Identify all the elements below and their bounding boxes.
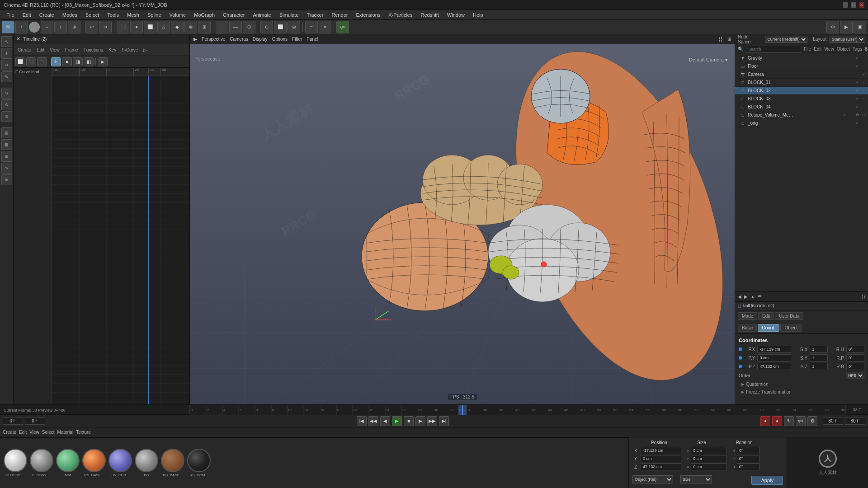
mat-glossy-white-ball[interactable] — [4, 449, 27, 472]
tl-menu-create[interactable]: Create — [15, 47, 33, 53]
scrubber-row[interactable]: Current Frame: 33 Preview 0-->80 — [0, 405, 868, 415]
menu-mograph[interactable]: MoGraph — [190, 11, 218, 19]
mat-rs-base-brown-ball[interactable] — [161, 449, 184, 472]
tool-live-sel[interactable]: ⊙ — [260, 21, 273, 33]
tool-smooth[interactable]: ≈ — [319, 21, 331, 33]
rph-filter[interactable]: ☰ — [758, 294, 762, 299]
tool-s6[interactable]: ⊞ — [1, 151, 12, 162]
menu-file[interactable]: File — [3, 11, 18, 19]
tl-btn2[interactable]: ⬛ — [26, 57, 36, 66]
mat-bg[interactable]: BG — [135, 449, 158, 477]
rh-input[interactable] — [846, 346, 864, 353]
vis-b4-1[interactable]: ✓ — [854, 104, 860, 110]
vis-b2-1[interactable]: ✓ — [854, 88, 860, 94]
minimize-btn[interactable]: _ — [843, 2, 848, 8]
vis-check[interactable]: ✓ — [854, 56, 860, 61]
end-frame-input[interactable] — [823, 418, 843, 425]
mat-mat-ball[interactable] — [56, 449, 80, 472]
rph-nav-fwd[interactable]: ▶ — [744, 294, 748, 299]
mat-rs-com-ball[interactable] — [187, 449, 211, 472]
tool-cone[interactable]: △ — [157, 21, 170, 33]
start-frame-input[interactable] — [3, 418, 23, 425]
btn-prev-frame[interactable]: ◀ — [380, 416, 390, 426]
obj-gravity[interactable]: ▼ Gravity ✓ · — [735, 54, 868, 62]
tool-bool[interactable]: ⊞ — [198, 21, 211, 33]
tool-rotate2[interactable]: ↻ — [1, 71, 12, 82]
tl-menu-key[interactable]: Key — [106, 47, 118, 53]
obj-orig[interactable]: ◻ _orig ✓ · — [735, 119, 868, 127]
mat-rs-base-brown[interactable]: RS_BASE... — [161, 449, 184, 477]
py-input[interactable] — [757, 354, 791, 361]
rp-menu-object[interactable]: Object — [837, 47, 850, 52]
btn-stop[interactable]: ■ — [404, 416, 414, 426]
btn-goto-start[interactable]: |◀ — [357, 416, 367, 426]
tl-btn4[interactable]: F — [51, 57, 61, 66]
rp-menu-view[interactable]: View — [824, 47, 834, 52]
btn-play[interactable]: ▶ — [392, 416, 402, 426]
tool-redo[interactable]: ↪ — [99, 21, 112, 33]
tool-unknown1[interactable]: ⊕ — [68, 21, 80, 33]
psr-rot-y[interactable] — [737, 455, 760, 462]
vp-arrows[interactable]: ⟨⟩ — [718, 36, 723, 42]
tl-menu-edit[interactable]: Edit — [34, 47, 47, 53]
vis-check3[interactable]: ✓ — [861, 72, 866, 77]
btn-record[interactable]: ● — [760, 416, 770, 426]
btn-settings[interactable]: ⚙ — [807, 416, 817, 426]
tab-coord[interactable]: Coord. — [758, 324, 779, 332]
menu-animate[interactable]: Animate — [249, 11, 274, 19]
tool-edge[interactable]: — — [229, 21, 242, 33]
tool-nurbs[interactable]: ◆ — [171, 21, 184, 33]
tool-render-view[interactable]: ▶ — [840, 21, 853, 33]
menu-edit[interactable]: Edit — [19, 11, 35, 19]
vp-menu-filter[interactable]: Filter — [292, 37, 302, 42]
btn-next-frame[interactable]: ▶ — [415, 416, 425, 426]
rph-arrows[interactable]: ⟩⟩ — [862, 294, 865, 299]
tl-menu-frame[interactable]: Frame — [63, 47, 80, 53]
tab-edit[interactable]: Edit — [758, 312, 774, 320]
vis-b3-1[interactable]: ✓ — [854, 96, 860, 102]
btn-loop[interactable]: ↻ — [784, 416, 794, 426]
nodespace-select[interactable]: Current (Redshift) — [765, 36, 807, 43]
mat-rs-com[interactable]: RS_COM... — [187, 449, 211, 477]
psr-pos-x[interactable] — [641, 447, 681, 454]
mat-rs-base-orange-ball[interactable] — [82, 449, 106, 472]
tab-mode[interactable]: Mode — [738, 312, 757, 320]
obj-block01[interactable]: ◻ BLOCK_01 ✓ · — [735, 79, 868, 87]
tool-move[interactable]: ↔ — [41, 21, 53, 33]
tool-render-region[interactable]: ▣ — [854, 21, 866, 33]
tool-rect-sel[interactable]: ⬜ — [274, 21, 287, 33]
menu-extensions[interactable]: Extensions — [352, 11, 384, 19]
mat-menu-view[interactable]: View — [29, 430, 39, 435]
mat-menu-edit[interactable]: Edit — [19, 430, 27, 435]
layout-select[interactable]: Startup (User) — [830, 36, 865, 43]
timeline-close[interactable]: ✕ — [16, 36, 20, 42]
mat-glossy-gray[interactable]: GLOSSY_... — [30, 449, 53, 477]
order-select[interactable]: HPB — [846, 372, 864, 379]
tool-cylinder[interactable]: ⬜ — [144, 21, 156, 33]
btn-fps[interactable]: fps — [796, 416, 806, 426]
mat-mat[interactable]: Mat — [56, 449, 80, 477]
psr-size-type-select[interactable]: Size — [680, 475, 712, 483]
freeze-collapse[interactable]: ▶ Freeze Transformation — [739, 388, 864, 396]
tool-move2[interactable]: ✛ — [1, 48, 12, 59]
vis-b1-1[interactable]: ✓ — [854, 80, 860, 85]
mat-menu-create[interactable]: Create — [3, 430, 16, 435]
psr-rot-x[interactable] — [737, 447, 760, 454]
btn-goto-end[interactable]: ▶| — [439, 416, 449, 426]
menu-modes[interactable]: Modes — [59, 11, 81, 19]
vis-r1[interactable]: ✓ — [842, 113, 847, 118]
mat-bg-ball[interactable] — [135, 449, 158, 472]
tab-basic[interactable]: Basic — [738, 324, 757, 332]
tool-s1[interactable]: S — [1, 88, 12, 99]
vis-o1[interactable]: ✓ — [854, 121, 860, 126]
vp-menu-display[interactable]: Display — [253, 37, 268, 42]
menu-volume[interactable]: Volume — [166, 11, 190, 19]
tool-poly[interactable]: ⬡ — [243, 21, 255, 33]
tool-s7[interactable]: ✎ — [1, 163, 12, 174]
scrubber-container[interactable]: 0 2 4 6 8 10 12 14 16 18 20 22 24 26 28 … — [190, 405, 845, 415]
tl-menu-fcurve[interactable]: F-Curve — [119, 47, 140, 53]
tool-s8[interactable]: ⊕ — [1, 174, 12, 185]
obj-camera[interactable]: 📷 Camera ✓ — [735, 70, 868, 79]
window-controls[interactable]: _ □ ✕ — [843, 2, 864, 8]
rp-menu-bookmarks[interactable]: Bookmarks — [865, 47, 868, 52]
